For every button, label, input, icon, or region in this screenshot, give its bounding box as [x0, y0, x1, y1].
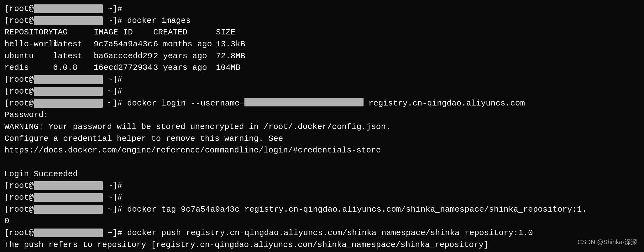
- blank-line: [4, 157, 640, 168]
- terminal-line: [root@ ~]# docker tag 9c7a54a9a43c regis…: [4, 204, 640, 216]
- terminal-line: https://docs.docker.com/engine/reference…: [4, 145, 640, 157]
- terminal-line: Login Succeeded: [4, 168, 640, 180]
- terminal-line: [root@ ~]# docker login --username= regi…: [4, 98, 640, 110]
- prompt: [root@ ~]#: [4, 86, 122, 98]
- cell-repo: hello-world: [4, 39, 53, 50]
- command: docker tag 9c7a54a9a43c registry.cn-qing…: [122, 204, 587, 216]
- terminal-line: WARNING! Your password will be stored un…: [4, 121, 640, 133]
- prompt: [root@ ~]#: [4, 227, 122, 239]
- terminal-line: [root@ ~]#: [4, 192, 640, 204]
- blurred-hostname: [34, 16, 103, 25]
- cell-size: 13.3kB: [216, 39, 247, 50]
- prompt: [root@ ~]#: [4, 180, 122, 192]
- terminal: [root@ ~]# [root@ ~]# docker images REPO…: [4, 3, 640, 252]
- col-header-size: SIZE: [216, 27, 235, 39]
- blurred-hostname: [34, 181, 103, 190]
- terminal-line: Password:: [4, 109, 640, 121]
- prompt: [root@ ~]#: [4, 98, 122, 110]
- blurred-hostname: [34, 229, 103, 238]
- terminal-line: 01bb4fce3eb1: Pushed: [4, 251, 640, 252]
- output-text: https://docs.docker.com/engine/reference…: [4, 145, 381, 157]
- cell-created: 3 years ago: [153, 62, 216, 74]
- col-header-repo: REPOSITORY: [4, 27, 53, 39]
- output-text: 01bb4fce3eb1: Pushed: [4, 251, 102, 252]
- cell-id: ba6acccedd29: [94, 50, 153, 62]
- table-row: ubuntulatestba6acccedd292 years ago72.8M…: [4, 50, 640, 62]
- command: docker login --username=: [122, 98, 244, 110]
- cell-size: 104MB: [216, 62, 247, 74]
- output-text: Password:: [4, 109, 48, 121]
- output-text: Login Succeeded: [4, 168, 78, 180]
- terminal-line: [root@ ~]#: [4, 180, 640, 192]
- cell-repo: ubuntu: [4, 50, 53, 62]
- terminal-line: [root@ ~]#: [4, 3, 640, 15]
- cell-id: 16ecd2772934: [94, 62, 153, 74]
- blurred-hostname: [34, 205, 103, 214]
- output-text: Configure a credential helper to remove …: [4, 133, 283, 145]
- output-text: The push refers to repository [registry.…: [4, 239, 489, 251]
- table-header: REPOSITORYTAGIMAGE IDCREATEDSIZE: [4, 27, 640, 39]
- blurred-hostname: [34, 75, 103, 84]
- cell-created: 6 months ago: [153, 39, 216, 50]
- output-text: WARNING! Your password will be stored un…: [4, 121, 391, 133]
- cell-created: 2 years ago: [153, 50, 216, 62]
- prompt: [root@ ~]#: [4, 3, 122, 15]
- blurred-hostname: [34, 99, 103, 108]
- col-header-tag: TAG: [53, 27, 94, 39]
- terminal-line: Configure a credential helper to remove …: [4, 133, 640, 145]
- terminal-line: [root@ ~]#: [4, 86, 640, 98]
- blurred-username: [244, 98, 364, 107]
- command: docker push registry.cn-qingdao.aliyuncs…: [122, 227, 533, 239]
- cell-id: 9c7a54a9a43c: [94, 39, 153, 50]
- prompt: [root@ ~]#: [4, 15, 122, 27]
- col-header-id: IMAGE ID: [94, 27, 153, 39]
- prompt: [root@ ~]#: [4, 74, 122, 86]
- terminal-line: [root@ ~]# docker push registry.cn-qingd…: [4, 227, 640, 239]
- blurred-hostname: [34, 4, 103, 13]
- cell-tag: latest: [53, 39, 94, 50]
- cell-tag: 6.0.8: [53, 62, 94, 74]
- table-row: redis6.0.816ecd27729343 years ago104MB: [4, 62, 640, 74]
- terminal-line: [root@ ~]#: [4, 74, 640, 86]
- command: docker images: [122, 15, 191, 27]
- output-text: 0: [4, 215, 9, 227]
- cell-repo: redis: [4, 62, 53, 74]
- watermark: CSDN @Shinka-深深: [578, 238, 637, 246]
- prompt: [root@ ~]#: [4, 204, 122, 216]
- col-header-created: CREATED: [153, 27, 216, 39]
- terminal-line: [root@ ~]# docker images: [4, 15, 640, 27]
- prompt: [root@ ~]#: [4, 192, 122, 204]
- cell-size: 72.8MB: [216, 50, 247, 62]
- cell-tag: latest: [53, 50, 94, 62]
- command-suffix: registry.cn-qingdao.aliyuncs.com: [364, 98, 525, 110]
- table-row: hello-worldlatest9c7a54a9a43c6 months ag…: [4, 39, 640, 50]
- terminal-line: 0: [4, 215, 640, 227]
- terminal-line: The push refers to repository [registry.…: [4, 239, 640, 251]
- blurred-hostname: [34, 193, 103, 202]
- blurred-hostname: [34, 87, 103, 96]
